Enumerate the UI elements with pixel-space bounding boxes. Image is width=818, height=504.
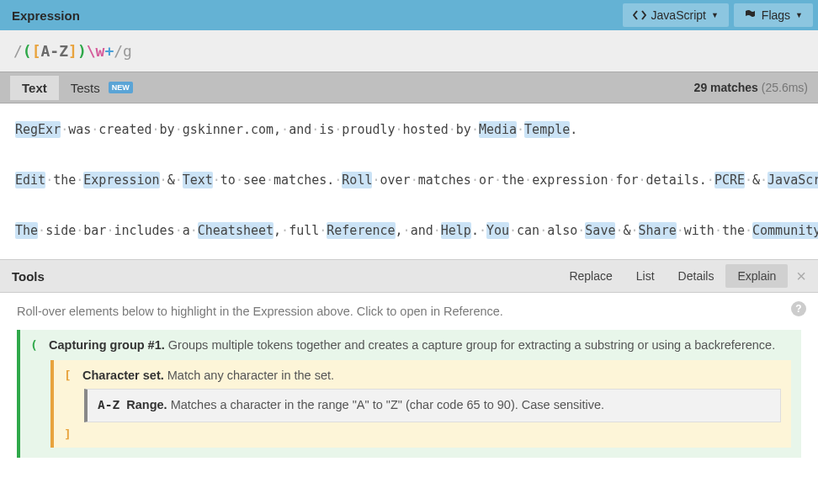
- expression-title: Expression: [12, 8, 618, 23]
- tab-text[interactable]: Text: [10, 76, 59, 100]
- close-icon[interactable]: ×: [788, 267, 810, 286]
- new-badge: NEW: [109, 82, 133, 93]
- expression-header: Expression JavaScript▼ Flags▼: [0, 0, 818, 30]
- explain-range[interactable]: A-Z Range. Matches a character in the ra…: [84, 389, 781, 422]
- tool-tab-explain[interactable]: Explain: [725, 264, 788, 288]
- flag-icon: [744, 9, 757, 21]
- chevron-down-icon: ▼: [795, 11, 803, 19]
- flags-button[interactable]: Flags▼: [734, 3, 813, 27]
- explain-charset[interactable]: [ Character set. Match any character in …: [50, 360, 791, 448]
- explain-group[interactable]: ( Capturing group #1. Groups multiple to…: [17, 330, 801, 458]
- sample-text-area[interactable]: RegExr·was·created·by·gskinner.com,·and·…: [0, 103, 818, 259]
- tool-tab-details[interactable]: Details: [667, 264, 726, 288]
- help-icon[interactable]: ?: [791, 301, 806, 316]
- expression-input[interactable]: /([A-Z])\w+/g: [0, 30, 818, 72]
- explain-hint: Roll-over elements below to highlight in…: [17, 305, 801, 318]
- tab-tests[interactable]: Tests: [59, 76, 112, 100]
- tool-tab-list[interactable]: List: [624, 264, 667, 288]
- text-tabs-bar: Text Tests NEW 29 matches (25.6ms): [0, 72, 818, 103]
- code-icon: [633, 9, 646, 21]
- flavor-button[interactable]: JavaScript▼: [623, 3, 729, 27]
- tools-title: Tools: [12, 269, 557, 284]
- explain-panel: ? Roll-over elements below to highlight …: [0, 293, 818, 504]
- tool-tab-replace[interactable]: Replace: [557, 264, 624, 288]
- tools-header: Tools ReplaceListDetailsExplain ×: [0, 259, 818, 293]
- match-count: 29 matches (25.6ms): [694, 81, 808, 94]
- chevron-down-icon: ▼: [711, 11, 719, 19]
